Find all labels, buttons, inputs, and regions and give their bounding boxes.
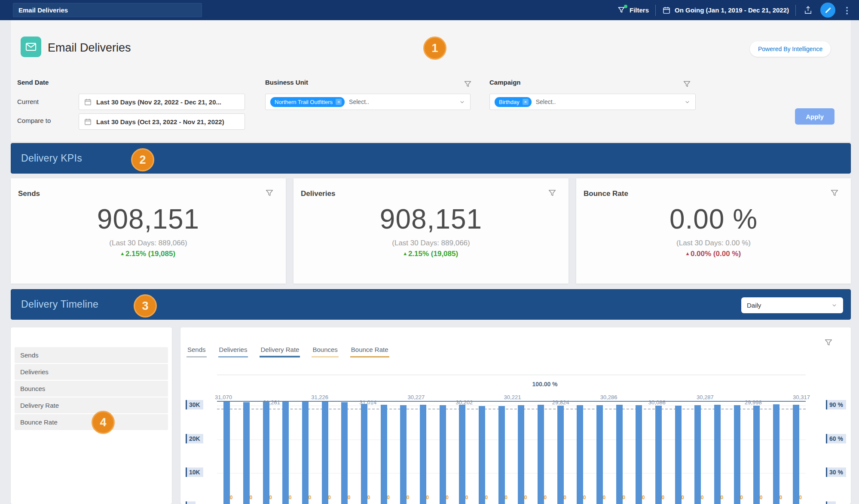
chart-bar[interactable] [361,404,367,504]
delivery-rate-value-label: 100.00 % [532,381,557,388]
current-date-input[interactable]: Last 30 Days (Nov 22, 2022 - Dec 21, 20.… [79,94,245,110]
kpi-change: ▴2.15% (19,085) [293,250,569,258]
metric-list-item[interactable]: Bounces [15,381,168,397]
campaign-label: Campaign [489,79,521,86]
chart-bar[interactable] [577,405,583,504]
dashboard-title-input[interactable]: Email Deliveries [13,3,202,17]
metric-list-panel: SendsDeliveriesBouncesDelivery RateBounc… [11,327,172,504]
apply-button[interactable]: Apply [795,108,835,125]
chevron-down-icon [684,99,691,105]
chart-bar[interactable] [459,405,465,504]
chart-bar[interactable] [714,405,721,504]
chart-bar[interactable] [675,406,682,504]
metric-list: SendsDeliveriesBouncesDelivery RateBounc… [11,347,172,430]
chart-bar[interactable] [400,405,407,504]
chart-bar[interactable] [538,405,544,504]
chevron-down-icon [831,302,838,309]
chart-bar[interactable] [302,401,309,504]
business-unit-chip: Northern Trail Outfitters × [270,97,345,107]
chart-bar[interactable] [616,405,623,504]
kpi-card-bounce-rate: Bounce Rate 0.00 % (Last 30 Days: 0.00 %… [576,178,851,284]
divider [795,5,796,16]
dashboard-root: Email Deliveries Filters On Going (Jan 1… [0,0,859,504]
business-unit-select[interactable]: Northern Trail Outfitters × Select.. [265,94,471,110]
campaign-select[interactable]: Birthday × Select.. [489,94,696,110]
kpi-subtitle: (Last 30 Days: 889,066) [293,239,569,247]
metric-list-item[interactable]: Deliveries [15,364,168,380]
date-range-button[interactable]: On Going (Jan 1, 2019 - Dec 21, 2022) [662,6,789,15]
chart-bar[interactable] [518,405,524,504]
chart-bar[interactable] [596,405,603,504]
delivery-rate-line [217,401,806,402]
chart-bar[interactable] [753,406,760,504]
step-badge-1: 1 [423,37,446,60]
compare-date-value: Last 30 Days (Oct 23, 2022 - Nov 21, 202… [96,118,224,125]
y2-axis-tick: 60 % [826,434,846,443]
business-unit-funnel-icon[interactable] [463,80,472,89]
chart-bar[interactable] [263,401,269,504]
metric-list-item[interactable]: Sends [15,347,168,363]
bounces-zero-label: 0 [583,495,586,501]
kpi-subtitle: (Last 30 Days: 889,066) [11,239,286,247]
kpi-value: 908,151 [293,203,569,235]
kpi-change: ▴0.00% (0.00 %) [576,250,851,258]
chart-bar[interactable] [636,405,642,504]
chart-bar[interactable] [793,405,799,504]
chart-bar[interactable] [282,402,289,504]
chart-bar[interactable] [420,405,426,504]
export-button[interactable] [802,4,814,16]
chip-label: Northern Trail Outfitters [275,99,333,105]
bounces-zero-label: 0 [407,495,410,501]
bounces-zero-label: 0 [701,495,704,501]
chart-bar[interactable] [341,402,348,504]
export-icon [803,5,813,15]
chart-bar[interactable] [322,402,328,504]
kpi-body: 908,151 (Last 30 Days: 889,066) ▴2.15% (… [293,203,569,258]
chart-bar[interactable] [773,404,780,504]
chip-remove-icon[interactable]: × [336,99,342,105]
email-app-icon [21,37,41,57]
filters-button[interactable]: Filters [617,6,649,15]
bounces-zero-label: 0 [367,495,370,501]
kpi-title: Deliveries [301,189,335,198]
chip-label: Birthday [499,99,520,105]
calendar-icon [84,118,92,126]
up-arrow-icon: ▴ [686,250,689,257]
chart-bar[interactable] [479,406,485,504]
chart-point-label: 30,086 [648,399,666,406]
chart-bar[interactable] [498,406,505,504]
powered-by-badge[interactable]: Powered By Intelligence [750,41,831,57]
bounces-zero-label: 0 [799,495,802,501]
chart-plot-layer: 30K90 %20K60 %10K30 %0000000000000000000… [180,327,851,504]
chart-bar[interactable] [694,405,701,504]
chart-bar[interactable] [381,405,387,504]
filter-funnel-icon[interactable] [547,189,557,198]
divider [655,5,656,16]
pencil-icon [825,7,831,14]
step-badge-3: 3 [134,294,157,318]
compare-date-input[interactable]: Last 30 Days (Oct 23, 2022 - Nov 21, 202… [79,113,245,130]
chart-bar[interactable] [440,405,446,504]
step-badge-4: 4 [92,411,115,434]
bounces-zero-label: 0 [642,495,645,501]
filters-active-dot [624,5,627,8]
chart-bar[interactable] [223,402,230,504]
filter-funnel-icon[interactable] [265,189,274,198]
filter-funnel-icon[interactable] [830,189,839,198]
bounces-zero-label: 0 [524,495,527,501]
chip-remove-icon[interactable]: × [523,99,529,105]
chart-bar[interactable] [734,405,740,504]
compare-to-label: Compare to [17,117,51,124]
kpi-title: Sends [18,189,40,198]
filter-funnel-icon [617,6,626,15]
edit-button[interactable] [820,3,835,18]
chart-bar[interactable] [557,406,564,504]
metric-list-item[interactable]: Delivery Rate [15,397,168,413]
campaign-funnel-icon[interactable] [682,80,691,89]
chart-bar[interactable] [655,406,662,504]
more-menu-button[interactable]: ⋮ [842,6,852,15]
granularity-select[interactable]: Daily [741,297,843,313]
bounces-zero-label: 0 [465,495,468,501]
delivery-timeline-chart-panel: SendsDeliveriesDelivery RateBouncesBounc… [180,327,851,504]
chart-bar[interactable] [243,402,250,504]
